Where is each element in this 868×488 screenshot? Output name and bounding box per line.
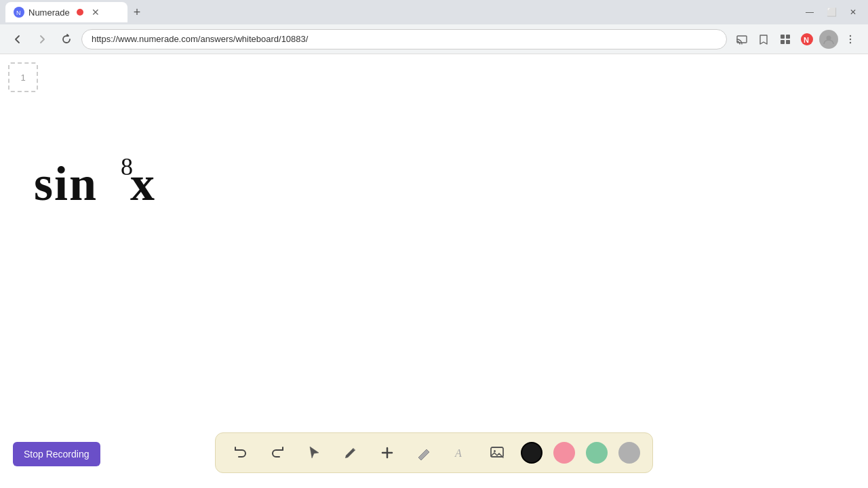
page-indicator: 1 — [8, 62, 38, 92]
eraser-tool-button[interactable] — [411, 440, 437, 466]
window-controls: — ⬜ ✕ — [800, 3, 863, 22]
color-gray[interactable] — [618, 442, 640, 464]
address-bar[interactable]: https://www.numerade.com/answers/whitebo… — [81, 29, 727, 49]
nav-bar: https://www.numerade.com/answers/whitebo… — [0, 24, 868, 54]
color-black[interactable] — [521, 442, 542, 464]
svg-rect-5 — [786, 40, 790, 44]
svg-rect-3 — [786, 35, 790, 39]
refresh-button[interactable] — [57, 30, 76, 49]
svg-point-9 — [850, 35, 851, 36]
tab-close-button[interactable]: ✕ — [90, 7, 101, 18]
nav-actions: N — [732, 30, 860, 49]
forward-button[interactable] — [33, 30, 52, 49]
svg-rect-4 — [781, 40, 785, 44]
svg-text:A: A — [454, 447, 462, 459]
bookmark-button[interactable] — [754, 30, 773, 49]
svg-text:x: x — [130, 157, 155, 211]
svg-rect-2 — [781, 35, 785, 39]
svg-point-11 — [850, 41, 851, 43]
svg-point-17 — [494, 450, 496, 452]
url-text: https://www.numerade.com/answers/whitebo… — [92, 34, 308, 44]
svg-text:sin: sin — [34, 157, 98, 211]
account-button[interactable] — [819, 30, 838, 49]
cast-button[interactable] — [732, 30, 751, 49]
minimize-button[interactable]: — — [800, 3, 819, 22]
extensions-button[interactable] — [776, 30, 795, 49]
tab-title: Numerade — [28, 7, 70, 18]
tab-favicon: N — [14, 7, 24, 18]
toolbar-wrapper: A — [215, 432, 653, 473]
svg-point-10 — [850, 38, 851, 39]
new-tab-button[interactable]: + — [127, 3, 146, 22]
color-green[interactable] — [586, 442, 608, 464]
title-bar: N Numerade ✕ + — ⬜ ✕ — [0, 0, 868, 24]
whiteboard[interactable]: 1 sin 8 x Stop Recording — [0, 54, 868, 488]
more-options-button[interactable] — [841, 30, 860, 49]
maximize-button[interactable]: ⬜ — [822, 3, 841, 22]
add-button[interactable] — [374, 440, 400, 466]
pen-tool-button[interactable] — [338, 440, 363, 466]
close-button[interactable]: ✕ — [844, 3, 863, 22]
stop-recording-button[interactable]: Stop Recording — [13, 442, 100, 466]
browser-tab[interactable]: N Numerade ✕ — [5, 2, 127, 22]
redo-button[interactable] — [264, 440, 290, 466]
whiteboard-math-content: sin 8 x — [34, 149, 170, 220]
recording-dot — [77, 9, 83, 16]
select-tool-button[interactable] — [301, 440, 327, 466]
color-pink[interactable] — [553, 442, 575, 464]
toolbar: A — [215, 432, 653, 473]
numerade-extension-button[interactable]: N — [797, 30, 816, 49]
math-svg: sin 8 x — [34, 149, 170, 217]
image-tool-button[interactable] — [484, 440, 510, 466]
back-button[interactable] — [8, 30, 27, 49]
svg-text:N: N — [804, 36, 809, 44]
undo-button[interactable] — [228, 440, 254, 466]
svg-text:N: N — [16, 9, 21, 16]
text-tool-button[interactable]: A — [448, 440, 473, 466]
